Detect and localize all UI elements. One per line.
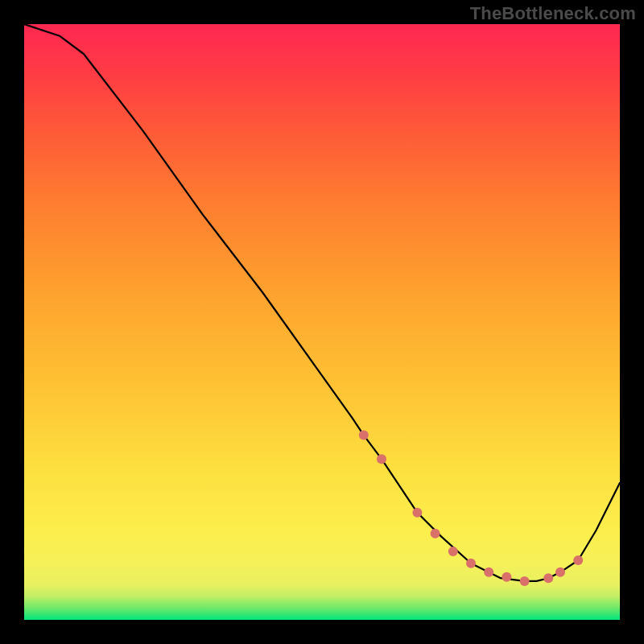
marker-dot xyxy=(502,572,511,582)
marker-dot xyxy=(431,529,440,539)
marker-dot xyxy=(377,454,386,464)
marker-dot xyxy=(484,568,493,577)
marker-dot xyxy=(520,576,530,586)
marker-group xyxy=(359,431,583,586)
curve-layer xyxy=(24,24,620,620)
marker-dot xyxy=(359,431,369,440)
marker-dot xyxy=(412,508,422,518)
watermark-text: TheBottleneck.com xyxy=(470,3,636,24)
marker-dot xyxy=(466,559,476,568)
bottleneck-curve xyxy=(24,24,620,581)
marker-dot xyxy=(448,547,458,556)
marker-dot xyxy=(555,568,565,577)
plot-area xyxy=(24,24,620,620)
marker-dot xyxy=(543,573,553,583)
marker-dot xyxy=(573,555,583,565)
figure-frame: TheBottleneck.com xyxy=(0,0,644,644)
